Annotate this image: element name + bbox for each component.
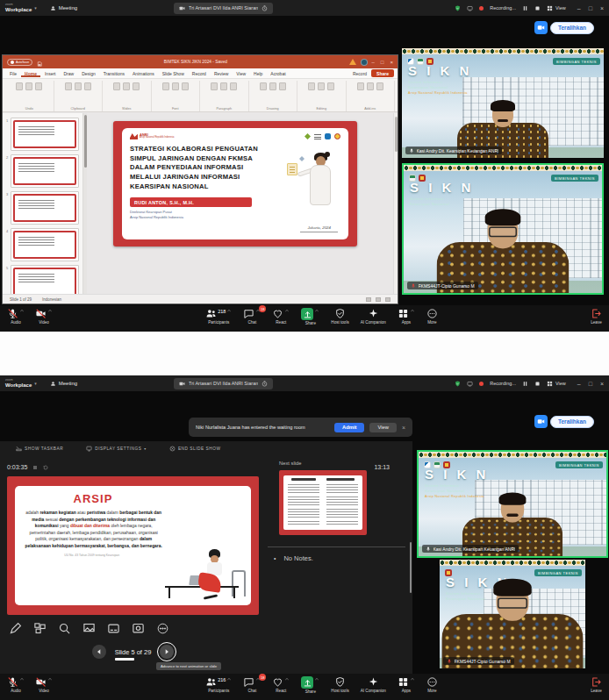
ribbon-tab[interactable]: Design xyxy=(78,70,99,77)
pen-icon[interactable] xyxy=(9,622,22,635)
chevron-up-icon[interactable] xyxy=(410,676,415,682)
toolbar-host-tools-button[interactable]: Host tools xyxy=(331,308,348,325)
toolbar-share-button[interactable]: Share xyxy=(301,676,319,694)
video-tile-speaker-2[interactable]: S I K N Sistem Informasi Kearsipan Nasio… xyxy=(440,560,585,668)
toolbar-more-button[interactable]: More xyxy=(426,676,438,694)
stop-recording-icon[interactable] xyxy=(534,381,541,387)
end-slide-show-button[interactable]: END SLIDE SHOW xyxy=(169,446,221,452)
toolbar-audio-button[interactable]: Audio xyxy=(7,308,25,325)
ribbon-tab[interactable]: Help xyxy=(250,70,266,77)
ppt-minimize-button[interactable]: – xyxy=(372,60,375,65)
warning-icon[interactable] xyxy=(349,59,356,65)
ribbon-tab[interactable]: View xyxy=(233,70,249,77)
ppt-share-button[interactable]: Share xyxy=(371,69,394,77)
view-switcher-icons[interactable] xyxy=(366,297,390,302)
toolbar-participants-button[interactable]: 218Participants xyxy=(205,308,232,325)
slide-scrollbar[interactable] xyxy=(393,113,398,294)
display-settings-button[interactable]: DISPLAY SETTINGS ▾ xyxy=(86,446,147,452)
minimize-button[interactable]: – xyxy=(577,381,581,387)
toolbar-ai-companion-button[interactable]: AI Companion xyxy=(361,308,386,325)
toolbar-participants-button[interactable]: 216Participants xyxy=(205,676,232,694)
maximize-button[interactable]: □ xyxy=(589,381,592,387)
toolbar-leave-button[interactable]: Leave xyxy=(591,676,602,693)
camera-preview-icon[interactable] xyxy=(132,622,145,635)
autosave-toggle[interactable]: AutoSave xyxy=(7,59,32,66)
captions-icon[interactable] xyxy=(107,622,120,635)
chevron-up-icon[interactable] xyxy=(47,676,53,682)
slide-thumbnail[interactable]: 2 xyxy=(6,154,79,188)
toolbar-share-button[interactable]: Share xyxy=(301,308,319,325)
chevron-up-icon[interactable] xyxy=(314,676,319,682)
ribbon-tab[interactable]: Transitions xyxy=(100,70,128,77)
zoom-app-pill-button[interactable]: Teralihkan xyxy=(534,21,594,34)
toolbar-video-button[interactable]: Video xyxy=(35,676,53,693)
minimize-button[interactable]: – xyxy=(577,5,581,11)
ribbon-group[interactable]: Editing xyxy=(297,81,347,111)
video-tile-speaker-1[interactable]: S I K N Sistem Informasi Kearsipan Nasio… xyxy=(417,450,608,558)
chevron-up-icon[interactable] xyxy=(47,308,53,313)
ribbon-group[interactable]: Clipboard xyxy=(54,81,104,111)
zoom-workplace-logo[interactable]: zoom Workplace xyxy=(5,379,32,388)
slide-sorter-icon[interactable] xyxy=(33,622,47,635)
pause-timer-icon[interactable] xyxy=(32,465,38,470)
ribbon-tab[interactable]: Slide Show xyxy=(159,70,188,77)
chevron-up-icon[interactable] xyxy=(314,308,319,313)
ribbon-group[interactable]: Font xyxy=(152,81,201,111)
slide-thumbnail[interactable]: 1 xyxy=(6,118,79,151)
account-avatar[interactable] xyxy=(361,59,368,66)
ribbon-tab[interactable]: Animations xyxy=(129,70,158,77)
magnifier-icon[interactable] xyxy=(58,622,71,635)
ribbon-group[interactable]: Drawing xyxy=(249,81,298,111)
video-tile-speaker-2[interactable]: S I K N Sistem Informasi Kearsipan Nasio… xyxy=(402,163,604,295)
slide-thumbnails-panel[interactable]: 1 2 3 xyxy=(3,113,83,294)
toolbar-host-tools-button[interactable]: Host tools xyxy=(331,676,348,694)
ribbon-tab[interactable]: Review xyxy=(211,70,232,77)
toolbar-audio-button[interactable]: Audio xyxy=(7,676,25,693)
close-button[interactable]: × xyxy=(600,381,604,387)
more-options-icon[interactable] xyxy=(156,622,169,635)
toolbar-react-button[interactable]: React xyxy=(272,676,290,694)
toolbar-apps-button[interactable]: Apps xyxy=(398,308,415,325)
ribbon-tab[interactable]: Record xyxy=(189,70,210,77)
ribbon-tab[interactable]: Insert xyxy=(41,70,60,77)
next-slide-button[interactable] xyxy=(160,645,174,659)
maximize-button[interactable]: □ xyxy=(589,5,592,11)
ribbon-group[interactable]: Paragraph xyxy=(200,81,249,111)
toolbar-ai-companion-button[interactable]: AI Companion xyxy=(361,676,386,694)
video-tile-speaker-1[interactable]: S I K N Sistem Informasi Kearsipan Nasio… xyxy=(402,48,604,158)
ribbon-tab[interactable]: Home xyxy=(21,70,40,77)
tab-meeting[interactable]: Meeting xyxy=(46,379,82,389)
ribbon-tab[interactable]: Draw xyxy=(60,70,77,77)
slide-thumbnail[interactable]: 5 xyxy=(6,265,79,294)
stop-recording-icon[interactable] xyxy=(534,5,541,11)
toolbar-chat-button[interactable]: 18Chat xyxy=(243,308,261,325)
security-shield-icon[interactable] xyxy=(455,5,461,11)
ribbon-group[interactable]: Slides xyxy=(103,81,152,111)
language-label[interactable]: Indonesian xyxy=(42,297,61,302)
toolbar-chat-button[interactable]: 18Chat xyxy=(243,676,261,694)
chevron-up-icon[interactable] xyxy=(19,676,25,682)
zoom-app-pill-button[interactable]: Teralihkan xyxy=(534,415,594,428)
slide-thumbnail[interactable]: 3 xyxy=(6,191,79,225)
view-button[interactable]: View xyxy=(547,381,566,387)
black-screen-icon[interactable] xyxy=(82,622,96,635)
toolbar-leave-button[interactable]: Leave xyxy=(591,308,602,325)
ppt-maximize-button[interactable]: □ xyxy=(381,60,384,65)
admit-button[interactable]: Admit xyxy=(334,423,364,432)
view-button[interactable]: View xyxy=(547,5,566,11)
slide-thumbnail[interactable]: 4 xyxy=(6,228,79,261)
ribbon-group[interactable]: Add-ins xyxy=(347,81,396,111)
security-shield-icon[interactable] xyxy=(455,381,461,387)
previous-slide-button[interactable] xyxy=(92,645,106,659)
tab-session[interactable]: Tri Artasari DVI Ilda ANRI Siaran xyxy=(174,378,273,389)
ribbon-tab[interactable]: Acrobat xyxy=(267,70,289,77)
toast-view-button[interactable]: View xyxy=(369,423,396,432)
ribbon-tab[interactable]: File xyxy=(6,70,20,77)
zoom-workplace-logo[interactable]: zoom Workplace xyxy=(5,4,32,12)
chevron-up-icon[interactable] xyxy=(410,308,415,313)
chevron-up-icon[interactable] xyxy=(226,676,232,682)
save-icon[interactable] xyxy=(37,54,42,70)
pause-recording-icon[interactable] xyxy=(522,5,528,11)
pause-recording-icon[interactable] xyxy=(522,381,528,387)
ppt-record-button[interactable]: Record xyxy=(353,71,367,76)
